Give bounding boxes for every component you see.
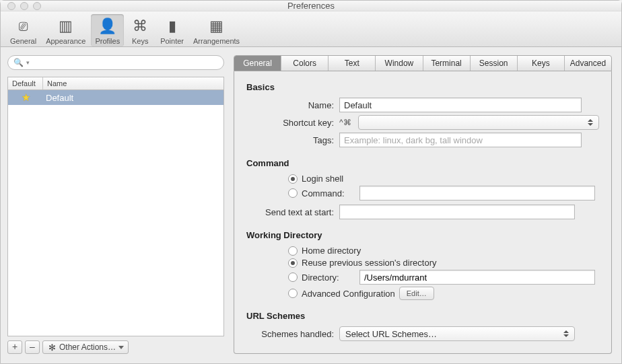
radio-advanced-config[interactable]: Advanced Configuration Edit… [288,287,599,300]
radio-icon [288,289,298,298]
toolbar-label: General [10,37,36,45]
profiles-list[interactable]: ★ Default [7,89,224,336]
radio-icon [288,246,298,256]
toolbar-label: Profiles [95,37,120,45]
tab-advanced[interactable]: Advanced [565,56,611,71]
schemes-select[interactable]: Select URL Schemes… [339,326,575,341]
toolbar-label: Arrangements [193,37,240,45]
radio-reuse-directory[interactable]: Reuse previous session's directory [288,258,599,268]
command-field[interactable] [359,186,595,201]
login-shell-label: Login shell [302,174,343,184]
search-icon: 🔍 [13,58,24,67]
directory-label: Directory: [302,272,355,283]
tab-keys[interactable]: Keys [518,56,565,71]
profiles-sidebar: 🔍 ▾ Default Name ★ Default + – ✻ Other A… [7,55,224,354]
shortcut-prefix: ^⌘ [339,118,353,127]
list-item[interactable]: ★ Default [8,90,223,105]
schemes-label: Schemes handled: [246,329,334,339]
name-field[interactable] [339,98,582,112]
pointer-icon: ▮ [162,15,183,37]
general-icon: ⎚ [13,15,34,37]
tab-colors[interactable]: Colors [281,56,329,71]
schemes-value: Select URL Schemes… [345,329,437,339]
general-pane: Basics Name: Shortcut key: ^⌘ Tags: Com [234,71,612,354]
shortcut-label: Shortcut key: [246,118,334,128]
tab-text[interactable]: Text [329,56,376,71]
col-name[interactable]: Name [43,77,223,89]
toolbar-general[interactable]: ⎚ General [6,14,40,46]
radio-custom-directory[interactable]: Directory: [288,270,599,285]
profiles-list-header: Default Name [7,77,224,89]
window-title: Preferences [1,1,621,11]
add-profile-button[interactable]: + [7,340,22,354]
toolbar-label: Pointer [160,37,184,45]
radio-icon [288,188,298,198]
toolbar-appearance[interactable]: ▥ Appearance [42,14,90,46]
section-basics: Basics [246,82,599,92]
advanced-config-label: Advanced Configuration [302,289,395,299]
toolbar-profiles[interactable]: 👤 Profiles [91,14,124,46]
profile-name: Default [43,93,223,103]
toolbar-arrangements[interactable]: ▦ Arrangements [189,14,244,46]
col-default[interactable]: Default [8,77,43,89]
profile-tabs: General Colors Text Window Terminal Sess… [234,55,612,71]
star-icon: ★ [8,92,43,104]
radio-command[interactable]: Command: [288,186,599,201]
keys-icon: ⌘ [129,15,151,37]
preferences-window: Preferences ⎚ General ▥ Appearance 👤 Pro… [0,0,622,364]
profiles-footer: + – ✻ Other Actions… [7,340,224,354]
tab-general[interactable]: General [234,56,281,71]
reuse-directory-label: Reuse previous session's directory [302,258,436,268]
send-text-label: Send text at start: [246,207,334,217]
home-directory-label: Home directory [302,246,361,256]
shortcut-select[interactable] [358,115,599,130]
other-actions-label: Other Actions… [59,342,116,352]
search-input[interactable]: 🔍 ▾ [7,55,224,70]
send-text-field[interactable] [339,205,575,219]
radio-login-shell[interactable]: Login shell [288,174,599,184]
radio-icon [288,272,298,282]
profiles-icon: 👤 [97,15,118,37]
section-command: Command [246,158,599,168]
profile-detail: General Colors Text Window Terminal Sess… [234,55,612,354]
tags-label: Tags: [246,135,334,145]
command-label: Command: [302,188,355,198]
name-label: Name: [246,100,334,110]
appearance-icon: ▥ [55,15,77,37]
titlebar: Preferences [1,1,621,11]
content: 🔍 ▾ Default Name ★ Default + – ✻ Other A… [1,47,621,363]
directory-field[interactable] [359,270,595,285]
tab-window[interactable]: Window [376,56,423,71]
arrangements-icon: ▦ [206,15,228,37]
section-working-directory: Working Directory [246,230,599,240]
tab-session[interactable]: Session [471,56,518,71]
tags-field[interactable] [339,133,582,147]
toolbar-pointer[interactable]: ▮ Pointer [156,14,188,46]
toolbar: ⎚ General ▥ Appearance 👤 Profiles ⌘ Keys… [1,11,621,47]
toolbar-label: Keys [132,37,148,45]
gear-icon: ✻ [48,342,56,353]
radio-icon [288,174,298,184]
search-dropdown-icon[interactable]: ▾ [26,59,30,66]
remove-profile-button[interactable]: – [25,340,40,354]
edit-button[interactable]: Edit… [399,287,434,300]
radio-icon [288,258,298,268]
toolbar-label: Appearance [46,37,85,45]
section-url-schemes: URL Schemes [246,311,599,321]
tab-terminal[interactable]: Terminal [423,56,471,71]
toolbar-keys[interactable]: ⌘ Keys [125,14,155,46]
other-actions-menu[interactable]: ✻ Other Actions… [42,340,129,354]
radio-home-directory[interactable]: Home directory [288,246,599,256]
